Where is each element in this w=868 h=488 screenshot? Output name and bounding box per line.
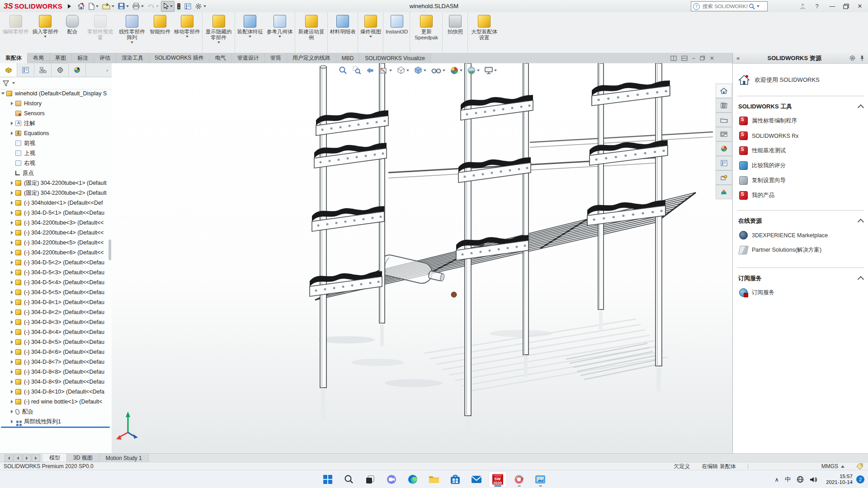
search-input[interactable] — [702, 3, 749, 9]
defeature-icon[interactable] — [716, 170, 732, 185]
expand-arrow-icon[interactable] — [11, 271, 13, 274]
print-caret-icon[interactable] — [141, 5, 144, 7]
edit-appearance-button[interactable] — [449, 65, 463, 76]
store-button[interactable] — [447, 472, 464, 487]
tree-item[interactable]: (-) red wine bottle<1> (Default< — [0, 397, 112, 407]
help-search-box[interactable]: ? — [691, 1, 768, 11]
tree-item[interactable]: (-) 304-D-8<7> (Default<<Defau — [0, 357, 112, 367]
save-caret-icon[interactable] — [126, 5, 129, 7]
expand-arrow-icon[interactable] — [11, 380, 13, 384]
tree-item[interactable]: (-) 304-D-8<3> (Default<<Defau — [0, 317, 112, 327]
ribbon-button[interactable]: 配合 — [60, 12, 85, 53]
ribbon-button[interactable]: 新建运动算例 — [296, 12, 328, 53]
task-pane-link[interactable]: 性能基准测试 — [733, 143, 868, 158]
custom-properties-tag-icon[interactable] — [856, 463, 863, 469]
ribbon-button[interactable]: 大型装配体设置 — [468, 12, 500, 53]
task-pane-link[interactable]: 复制设置向导 — [733, 173, 868, 188]
tree-item[interactable]: (-) 304-D-8<9> (Default<<Defau — [0, 377, 112, 387]
options-button[interactable] — [193, 1, 208, 11]
minimize-view-icon[interactable]: – — [692, 55, 695, 61]
task-view-button[interactable] — [362, 472, 379, 487]
tree-item[interactable]: (-) 304-2200tube<6> (Default<< — [0, 248, 112, 258]
save-button[interactable] — [117, 1, 130, 11]
filter-funnel-icon[interactable] — [3, 80, 9, 86]
start-button[interactable] — [319, 472, 336, 487]
new-document-button[interactable] — [87, 1, 100, 11]
command-tab[interactable]: SOLIDWORKS 插件 — [149, 53, 210, 63]
expand-arrow-icon[interactable] — [11, 320, 13, 324]
view-orientation-button[interactable] — [396, 65, 410, 76]
options-caret-icon[interactable] — [203, 5, 206, 7]
caret-icon[interactable] — [389, 70, 392, 71]
expand-arrow-icon[interactable] — [11, 122, 13, 125]
zoom-area-button[interactable] — [351, 65, 362, 76]
expand-arrow-icon[interactable] — [11, 211, 13, 215]
snipping-button[interactable] — [532, 472, 549, 487]
tab-featuremanager[interactable] — [0, 63, 17, 77]
ribbon-button[interactable]: 线性零部件阵列 — [116, 12, 148, 53]
forum-icon[interactable] — [716, 185, 732, 199]
expand-arrow-icon[interactable] — [11, 231, 13, 235]
tree-item[interactable]: (-) 304-D-5<2> (Default<<Defau — [0, 258, 112, 267]
expand-arrow-icon[interactable] — [11, 420, 13, 423]
collapse-chevron-icon[interactable] — [858, 276, 864, 282]
collapse-chevrons-icon[interactable]: « — [736, 55, 740, 61]
task-pane-link[interactable]: 属性标签编制程序 — [733, 113, 868, 128]
select-button[interactable] — [161, 1, 175, 12]
tree-item[interactable]: (-) 304-2200tube<3> (Default<< — [0, 218, 112, 228]
collapse-chevron-icon[interactable] — [858, 104, 864, 111]
expand-arrow-icon[interactable] — [11, 400, 13, 404]
expand-arrow-icon[interactable] — [11, 410, 13, 413]
task-pane-link[interactable]: 我的产品 — [733, 188, 868, 203]
volume-icon[interactable] — [810, 476, 817, 483]
expand-arrow-icon[interactable] — [11, 350, 13, 354]
display-style-button[interactable] — [413, 65, 427, 76]
new-caret-icon[interactable] — [96, 5, 99, 7]
section-view-button[interactable] — [378, 65, 393, 76]
caret-icon[interactable] — [424, 70, 426, 71]
expand-arrow-icon[interactable] — [11, 291, 13, 294]
tree-item[interactable]: (-) 304-D-8<1> (Default<<Defau — [0, 297, 112, 307]
doc-tab[interactable]: 模型 — [43, 454, 67, 462]
task-pane-link[interactable]: 订阅服务 — [733, 285, 868, 300]
tree-item[interactable]: (-) 304-2200tube<5> (Default<< — [0, 238, 112, 248]
ribbon-button[interactable]: 材料明细表 — [328, 12, 359, 53]
expand-arrow-icon[interactable] — [11, 300, 13, 304]
zoom-fit-button[interactable] — [338, 65, 349, 76]
tree-item[interactable]: (-) 304holder<1> (Default<<Def — [0, 198, 112, 208]
tree-item[interactable]: (-) 304-D-8<2> (Default<<Defau — [0, 307, 112, 317]
login-user-icon[interactable] — [799, 3, 806, 9]
ribbon-button[interactable]: 拍快照 — [443, 12, 468, 53]
traffic-light-button[interactable] — [175, 1, 182, 11]
help-button[interactable]: ? — [812, 3, 821, 9]
tree-item[interactable]: (-) 304-D-8<6> (Default<<Defau — [0, 347, 112, 357]
expand-arrow-icon[interactable] — [11, 261, 13, 264]
undo-button[interactable] — [146, 1, 160, 11]
paint-button[interactable] — [510, 472, 528, 487]
tree-item[interactable]: 上视 — [0, 148, 112, 158]
home-button[interactable] — [76, 1, 86, 11]
view-palette-icon[interactable] — [716, 127, 732, 141]
design-library-icon[interactable] — [716, 98, 732, 113]
search-taskbar-button[interactable] — [340, 472, 358, 487]
caret-icon[interactable] — [443, 70, 445, 71]
expand-arrow-icon[interactable] — [11, 360, 13, 364]
tree-item[interactable]: (-) 304-D-8<5> (Default<<Defau — [0, 337, 112, 347]
section-solidworks-tools[interactable]: SOLIDWORKS 工具 — [733, 99, 868, 113]
command-tab[interactable]: 装配体 — [0, 53, 28, 63]
task-pane-link[interactable]: 3DEXPERIENCE Marketplace — [733, 228, 868, 243]
tree-item[interactable]: (-) 304-D-5<1> (Default<<Defau — [0, 208, 112, 218]
properties-list-button[interactable] — [183, 1, 193, 11]
collapse-chevron-icon[interactable] — [858, 219, 864, 225]
home-tab-icon[interactable] — [716, 84, 732, 98]
select-caret-icon[interactable] — [170, 5, 173, 7]
search-caret-icon[interactable] — [757, 5, 760, 7]
search-icon[interactable] — [749, 3, 755, 9]
restore-button[interactable] — [843, 4, 849, 9]
rollback-bar[interactable] — [1, 427, 110, 428]
previous-view-button[interactable] — [365, 65, 376, 76]
expand-arrow-icon[interactable] — [11, 330, 13, 334]
filter-caret-icon[interactable] — [12, 82, 15, 84]
chat-button[interactable] — [383, 472, 400, 487]
custom-properties-icon[interactable] — [716, 156, 732, 170]
